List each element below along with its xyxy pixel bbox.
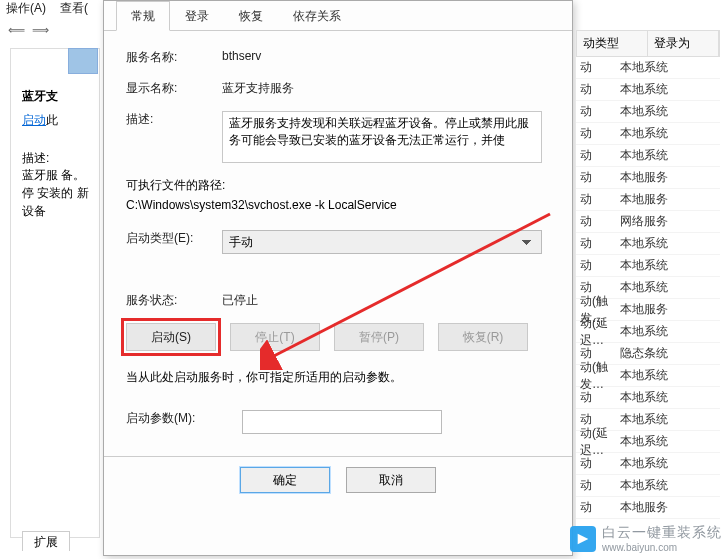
nav-fwd-icon[interactable]: ⟹	[30, 20, 50, 40]
startup-hint: 当从此处启动服务时，你可指定所适用的启动参数。	[126, 369, 550, 386]
nav-back-icon[interactable]: ⟸	[6, 20, 26, 40]
extended-tab[interactable]: 扩展	[22, 531, 70, 551]
watermark-logo-icon	[570, 526, 596, 552]
tab-logon[interactable]: 登录	[170, 1, 224, 30]
menu-ops[interactable]: 操作(A)	[6, 0, 46, 18]
table-row[interactable]: 动本地系统	[576, 475, 720, 497]
watermark-brand: 白云一键重装系统	[602, 524, 722, 542]
description-label: 描述:	[126, 111, 222, 128]
table-row[interactable]: 动本地系统	[576, 123, 720, 145]
stop-button: 停止(T)	[230, 323, 320, 351]
service-status-value: 已停止	[222, 292, 258, 309]
exe-path-value: C:\Windows\system32\svchost.exe -k Local…	[126, 198, 550, 212]
start-params-label: 启动参数(M):	[126, 410, 242, 427]
table-row[interactable]: 动本地系统	[576, 387, 720, 409]
menu-view[interactable]: 查看(	[60, 0, 88, 18]
table-row[interactable]: 动本地系统	[576, 101, 720, 123]
table-row[interactable]: 动本地系统	[576, 57, 720, 79]
startup-type-label: 启动类型(E):	[126, 230, 222, 247]
col-logon-as[interactable]: 登录为	[648, 31, 719, 56]
table-row[interactable]: 动本地服务	[576, 189, 720, 211]
description-box[interactable]: 蓝牙服务支持发现和关联远程蓝牙设备。停止或禁用此服务可能会导致已安装的蓝牙设备无…	[222, 111, 542, 163]
start-service-link[interactable]: 启动	[22, 113, 46, 127]
display-name-label: 显示名称:	[126, 80, 222, 97]
left-desc-text: 蓝牙服 备。停 安装的 新设备	[22, 166, 92, 220]
start-button[interactable]: 启动(S)	[126, 323, 216, 351]
service-properties-dialog: 常规 登录 恢复 依存关系 服务名称: bthserv 显示名称: 蓝牙支持服务…	[103, 0, 573, 556]
start-params-input[interactable]	[242, 410, 442, 434]
service-name-value: bthserv	[222, 49, 261, 63]
left-desc-header: 描述:	[22, 150, 49, 167]
table-row[interactable]: 动本地服务	[576, 497, 720, 519]
table-row[interactable]: 动(延迟…本地系统	[576, 431, 720, 453]
table-row[interactable]: 动(延迟…本地系统	[576, 321, 720, 343]
table-row[interactable]: 动本地系统	[576, 145, 720, 167]
table-row[interactable]: 动本地系统	[576, 453, 720, 475]
table-row[interactable]: 动本地系统	[576, 79, 720, 101]
col-startup-type[interactable]: 动类型	[577, 31, 648, 56]
watermark-url: www.baiyun.com	[602, 542, 722, 553]
dialog-tabs: 常规 登录 恢复 依存关系	[104, 1, 572, 31]
ok-button[interactable]: 确定	[240, 467, 330, 493]
table-row[interactable]: 动本地系统	[576, 255, 720, 277]
startup-type-select[interactable]: 手动	[222, 230, 542, 254]
table-row[interactable]: 动(触发…本地系统	[576, 365, 720, 387]
service-title: 蓝牙支	[22, 88, 58, 105]
table-row[interactable]: 动本地服务	[576, 167, 720, 189]
exe-path-label: 可执行文件的路径:	[126, 177, 550, 194]
table-row[interactable]: 动网络服务	[576, 211, 720, 233]
resume-button: 恢复(R)	[438, 323, 528, 351]
display-name-value: 蓝牙支持服务	[222, 80, 294, 97]
selected-service-highlight	[68, 48, 98, 74]
tab-general[interactable]: 常规	[116, 1, 170, 31]
tab-recovery[interactable]: 恢复	[224, 1, 278, 30]
watermark: 白云一键重装系统 www.baiyun.com	[570, 524, 722, 553]
tab-dependencies[interactable]: 依存关系	[278, 1, 356, 30]
cancel-button[interactable]: 取消	[346, 467, 436, 493]
start-tail: 此	[46, 113, 58, 127]
services-list-right: 动类型 登录为 动本地系统动本地系统动本地系统动本地系统动本地系统动本地服务动本…	[576, 30, 720, 550]
table-row[interactable]: 动本地系统	[576, 233, 720, 255]
service-name-label: 服务名称:	[126, 49, 222, 66]
pause-button: 暂停(P)	[334, 323, 424, 351]
service-status-label: 服务状态:	[126, 292, 222, 309]
